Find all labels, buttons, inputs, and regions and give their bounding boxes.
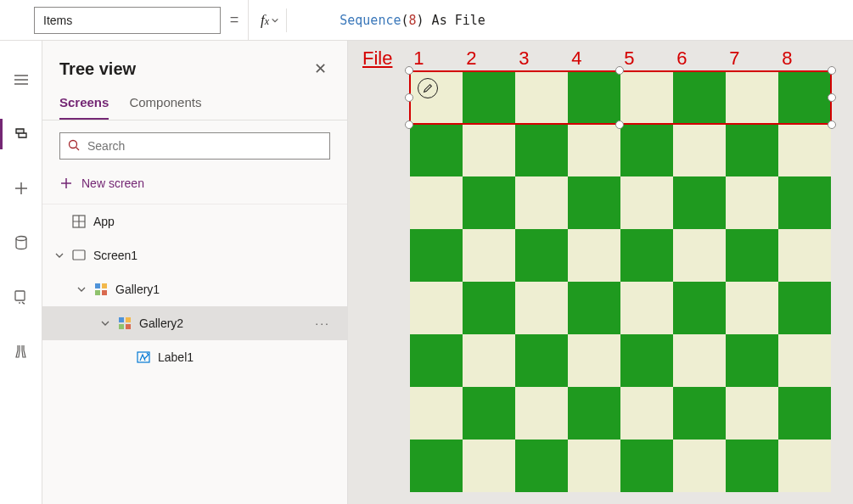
svg-rect-11 <box>119 324 124 329</box>
board-square[interactable] <box>568 124 620 176</box>
board-square[interactable] <box>463 176 515 229</box>
canvas-area[interactable]: File 1 2 3 4 5 6 7 8 <box>348 41 853 504</box>
board-square[interactable] <box>515 387 568 440</box>
tree-list: App Screen1 Gallery1 <box>42 204 347 504</box>
board-square[interactable] <box>620 387 673 440</box>
board-square[interactable] <box>515 176 568 229</box>
board-square[interactable] <box>463 124 515 176</box>
board-square[interactable] <box>673 334 726 387</box>
board-square[interactable] <box>673 440 726 492</box>
rail-data[interactable] <box>0 227 42 258</box>
svg-rect-12 <box>126 324 131 329</box>
board-square[interactable] <box>778 440 831 492</box>
board-square[interactable] <box>778 176 831 229</box>
svg-point-2 <box>70 140 77 148</box>
tab-screens[interactable]: Screens <box>59 95 109 120</box>
board-square[interactable] <box>515 334 568 387</box>
tree-node-screen1[interactable]: Screen1 <box>42 238 347 272</box>
board-square[interactable] <box>778 282 831 334</box>
edit-template-button[interactable] <box>418 78 438 98</box>
board-square[interactable] <box>463 71 515 124</box>
search-input[interactable] <box>87 139 323 153</box>
app-icon <box>71 214 87 229</box>
rail-media[interactable] <box>0 282 42 312</box>
board-square[interactable] <box>726 71 778 124</box>
property-dropdown[interactable]: Items <box>34 7 221 34</box>
board-square[interactable] <box>463 440 515 492</box>
board-square[interactable] <box>673 71 726 124</box>
rail-hamburger[interactable] <box>0 64 42 95</box>
board-square[interactable] <box>410 282 463 334</box>
more-icon[interactable]: ··· <box>315 316 347 330</box>
board-square[interactable] <box>620 282 673 334</box>
board-square[interactable] <box>778 124 831 176</box>
new-screen-button[interactable]: New screen <box>59 171 330 195</box>
tree-node-app[interactable]: App <box>42 204 347 238</box>
board-square[interactable] <box>726 124 778 176</box>
board-square[interactable] <box>726 229 778 282</box>
board-square[interactable] <box>463 334 515 387</box>
board-square[interactable] <box>568 387 620 440</box>
formula-text[interactable]: Sequence(8) As File <box>294 0 485 43</box>
board-square[interactable] <box>568 71 620 124</box>
tree-node-gallery1[interactable]: Gallery1 <box>42 272 347 306</box>
board-square[interactable] <box>515 71 568 124</box>
chess-board[interactable] <box>410 71 831 492</box>
board-square[interactable] <box>568 440 620 492</box>
board-square[interactable] <box>410 176 463 229</box>
tree-node-gallery2[interactable]: Gallery2 ··· <box>42 306 347 340</box>
board-square[interactable] <box>673 229 726 282</box>
board-square[interactable] <box>778 334 831 387</box>
gallery-icon <box>117 316 132 331</box>
board-square[interactable] <box>410 124 463 176</box>
board-square[interactable] <box>726 387 778 440</box>
board-square[interactable] <box>778 387 831 440</box>
board-square[interactable] <box>620 71 673 124</box>
rail-tools[interactable] <box>0 336 42 367</box>
board-square[interactable] <box>410 71 463 124</box>
board-square[interactable] <box>620 229 673 282</box>
tree-node-label1[interactable]: Label1 <box>42 340 347 374</box>
board-square[interactable] <box>463 387 515 440</box>
board-square[interactable] <box>410 387 463 440</box>
board-square[interactable] <box>515 124 568 176</box>
board-square[interactable] <box>515 282 568 334</box>
board-square[interactable] <box>568 282 620 334</box>
col-header: 5 <box>603 48 655 70</box>
search-box[interactable] <box>59 132 330 160</box>
rail-insert[interactable] <box>0 173 42 204</box>
column-headers: File 1 2 3 4 5 6 7 8 <box>362 48 813 70</box>
board-square[interactable] <box>673 176 726 229</box>
svg-rect-5 <box>95 283 100 288</box>
board-square[interactable] <box>568 176 620 229</box>
board-square[interactable] <box>568 229 620 282</box>
board-square[interactable] <box>410 440 463 492</box>
board-square[interactable] <box>673 282 726 334</box>
board-square[interactable] <box>620 176 673 229</box>
close-icon[interactable]: ✕ <box>311 56 330 81</box>
board-square[interactable] <box>726 282 778 334</box>
col-header: 6 <box>655 48 708 70</box>
board-square[interactable] <box>463 282 515 334</box>
board-square[interactable] <box>778 229 831 282</box>
board-square[interactable] <box>726 176 778 229</box>
board-square[interactable] <box>515 440 568 492</box>
board-square[interactable] <box>726 440 778 492</box>
formula-bar: Items = fx Sequence(8) As File <box>0 0 853 41</box>
board-square[interactable] <box>410 334 463 387</box>
formula-input-area[interactable]: fx Sequence(8) As File <box>248 0 853 41</box>
board-square[interactable] <box>410 229 463 282</box>
screen-icon <box>71 248 87 263</box>
board-square[interactable] <box>726 334 778 387</box>
board-square[interactable] <box>620 440 673 492</box>
rail-tree-view[interactable] <box>0 119 42 149</box>
board-square[interactable] <box>673 124 726 176</box>
board-square[interactable] <box>463 229 515 282</box>
tab-components[interactable]: Components <box>129 95 201 120</box>
board-square[interactable] <box>778 71 831 124</box>
board-square[interactable] <box>673 387 726 440</box>
board-square[interactable] <box>620 334 673 387</box>
board-square[interactable] <box>568 334 620 387</box>
board-square[interactable] <box>515 229 568 282</box>
board-square[interactable] <box>620 124 673 176</box>
